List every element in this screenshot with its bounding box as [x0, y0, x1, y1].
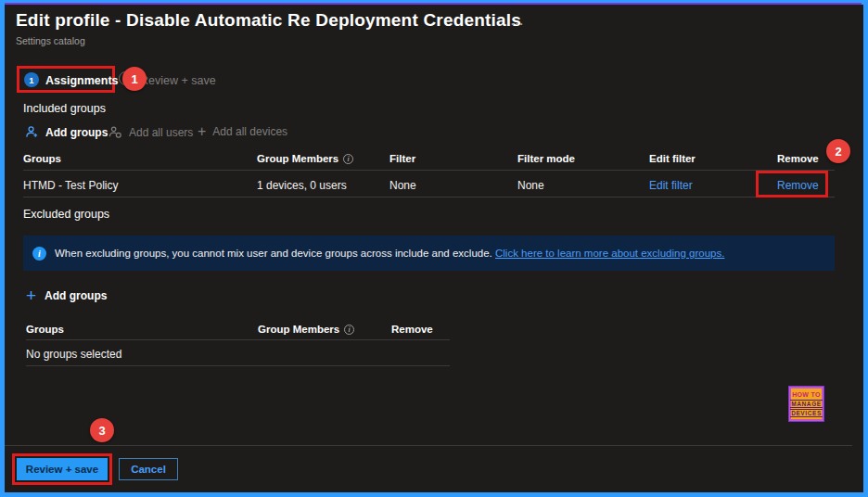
add-all-users-button[interactable]: Add all users [108, 125, 193, 139]
excluded-groups-heading: Excluded groups [23, 208, 109, 221]
page-content: Edit profile - Disable Automatic Re Depl… [5, 5, 863, 492]
cell-members: 1 devices, 0 users [257, 179, 347, 192]
plus-icon: + [26, 289, 36, 302]
col-group-members: Group Membersi [257, 153, 353, 164]
add-all-users-label: Add all users [129, 126, 193, 139]
add-all-devices-button[interactable]: + Add all devices [198, 125, 287, 138]
edit-profile-window: { "header": { "title": "Edit profile - D… [0, 0, 868, 497]
add-groups-button[interactable]: Add groups [25, 125, 108, 139]
table-divider [23, 197, 835, 198]
included-groups-heading: Included groups [23, 102, 106, 115]
table-divider [26, 339, 450, 340]
cell-group-name: HTMD - Test Policy [23, 179, 118, 192]
excluded-add-groups-label: Add groups [45, 289, 107, 302]
plus-icon: + [198, 125, 206, 138]
annotation-3-badge: 3 [90, 418, 114, 442]
add-groups-label: Add groups [45, 126, 108, 139]
excluding-groups-link[interactable]: Click here to learn more about excluding… [495, 248, 724, 259]
tab-assignments[interactable]: Assignments [45, 74, 119, 87]
add-all-devices-label: Add all devices [212, 125, 287, 138]
col-filter: Filter [389, 153, 415, 164]
info-banner: i When excluding groups, you cannot mix … [23, 236, 835, 271]
col-groups: Groups [26, 324, 64, 335]
info-icon[interactable]: i [343, 154, 353, 164]
people-icon [108, 125, 122, 139]
footer-divider [5, 445, 852, 446]
table-divider [23, 170, 835, 171]
step-1-badge: 1 [24, 72, 39, 87]
excluded-add-groups-button[interactable]: + Add groups [26, 289, 107, 302]
logo-text: MANAGE [790, 400, 823, 408]
page-subtitle: Settings catalog [16, 35, 85, 46]
page-title: Edit profile - Disable Automatic Re Depl… [16, 10, 521, 31]
logo-text: DEVICES [790, 409, 823, 417]
info-icon: i [32, 247, 46, 261]
annotation-2-badge: 2 [826, 139, 850, 163]
col-filter-mode: Filter mode [517, 153, 575, 164]
col-remove: Remove [391, 324, 433, 335]
annotation-1-badge: 1 [122, 67, 147, 91]
highlight-box-review-save [12, 453, 112, 485]
cancel-button[interactable]: Cancel [119, 458, 178, 480]
more-options-icon[interactable]: ... [511, 14, 524, 28]
cell-filter: None [389, 179, 416, 192]
person-add-icon [25, 125, 39, 139]
info-banner-text: When excluding groups, you cannot mix us… [55, 248, 724, 259]
htmd-logo: HOW TO MANAGE DEVICES [789, 387, 823, 421]
tab-review-save[interactable]: Review + save [140, 74, 216, 87]
edit-filter-link[interactable]: Edit filter [649, 179, 693, 192]
table-divider [26, 365, 450, 366]
empty-groups-text: No groups selected [26, 348, 121, 361]
cell-filter-mode: None [517, 179, 544, 192]
col-group-members: Group Membersi [258, 324, 354, 335]
col-remove: Remove [777, 153, 819, 164]
col-groups: Groups [23, 153, 61, 164]
highlight-box-remove [756, 171, 828, 198]
info-icon[interactable]: i [344, 325, 354, 335]
col-edit-filter: Edit filter [649, 153, 696, 164]
logo-text: HOW TO [792, 391, 820, 399]
